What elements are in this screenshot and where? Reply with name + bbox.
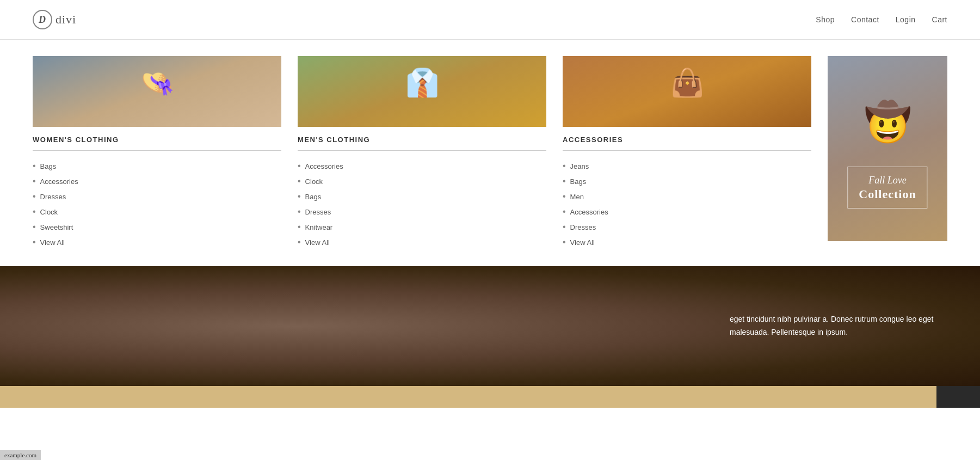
- hero-text-area: eget tincidunt nibh pulvinar a. Donec ru…: [730, 291, 947, 361]
- mens-image: [298, 56, 546, 127]
- womens-column: WOMEN'S CLOTHING Bags Accessories Dresse…: [33, 56, 298, 250]
- accessories-divider: [563, 150, 811, 151]
- list-item[interactable]: Knitwear: [298, 219, 546, 235]
- promo-overlay: Fall Love Collection: [847, 167, 927, 208]
- womens-list: Bags Accessories Dresses Clock Sweetshir…: [33, 158, 281, 250]
- womens-image: [33, 56, 281, 127]
- bottom-bar-right: [936, 386, 980, 408]
- promo-line2: Collection: [859, 187, 916, 201]
- accessories-list: Jeans Bags Men Accessories Dresses View …: [563, 158, 811, 250]
- list-item[interactable]: View All: [298, 235, 546, 250]
- promo-line1: Fall Love: [859, 174, 916, 187]
- header: D divi Shop Contact Login Cart: [0, 0, 980, 40]
- womens-title: WOMEN'S CLOTHING: [33, 136, 281, 144]
- main-nav: Shop Contact Login Cart: [816, 15, 947, 24]
- mens-list: Accessories Clock Bags Dresses Knitwear …: [298, 158, 546, 250]
- list-item[interactable]: View All: [33, 235, 281, 250]
- bottom-bar: [0, 386, 980, 408]
- logo-text: divi: [56, 13, 76, 27]
- accessories-title: ACCESSORIES: [563, 136, 811, 144]
- mens-title: MEN'S CLOTHING: [298, 136, 546, 144]
- list-item[interactable]: Bags: [563, 174, 811, 189]
- list-item[interactable]: Clock: [298, 174, 546, 189]
- hero-section: eget tincidunt nibh pulvinar a. Donec ru…: [0, 266, 980, 386]
- list-item[interactable]: Accessories: [33, 174, 281, 189]
- list-item[interactable]: Bags: [33, 158, 281, 174]
- list-item[interactable]: Clock: [33, 204, 281, 219]
- logo[interactable]: D divi: [33, 10, 76, 29]
- list-item[interactable]: Dresses: [563, 219, 811, 235]
- logo-icon: D: [33, 10, 52, 29]
- nav-cart[interactable]: Cart: [932, 15, 947, 24]
- hero-text: eget tincidunt nibh pulvinar a. Donec ru…: [730, 313, 947, 339]
- promo-image[interactable]: Fall Love Collection: [828, 56, 947, 241]
- accessories-column: ACCESSORIES Jeans Bags Men Accessories D…: [563, 56, 828, 250]
- nav-contact[interactable]: Contact: [851, 15, 879, 24]
- mens-column: MEN'S CLOTHING Accessories Clock Bags Dr…: [298, 56, 563, 250]
- bottom-bar-left: [0, 386, 936, 408]
- list-item[interactable]: View All: [563, 235, 811, 250]
- list-item[interactable]: Sweetshirt: [33, 219, 281, 235]
- list-item[interactable]: Bags: [298, 189, 546, 204]
- list-item[interactable]: Accessories: [298, 158, 546, 174]
- list-item[interactable]: Dresses: [298, 204, 546, 219]
- main-content: WOMEN'S CLOTHING Bags Accessories Dresse…: [0, 40, 980, 250]
- nav-login[interactable]: Login: [896, 15, 916, 24]
- list-item[interactable]: Dresses: [33, 189, 281, 204]
- nav-shop[interactable]: Shop: [816, 15, 835, 24]
- promo-column: Fall Love Collection: [828, 56, 947, 250]
- womens-divider: [33, 150, 281, 151]
- mens-divider: [298, 150, 546, 151]
- accessories-image: [563, 56, 811, 127]
- list-item[interactable]: Jeans: [563, 158, 811, 174]
- list-item[interactable]: Accessories: [563, 204, 811, 219]
- list-item[interactable]: Men: [563, 189, 811, 204]
